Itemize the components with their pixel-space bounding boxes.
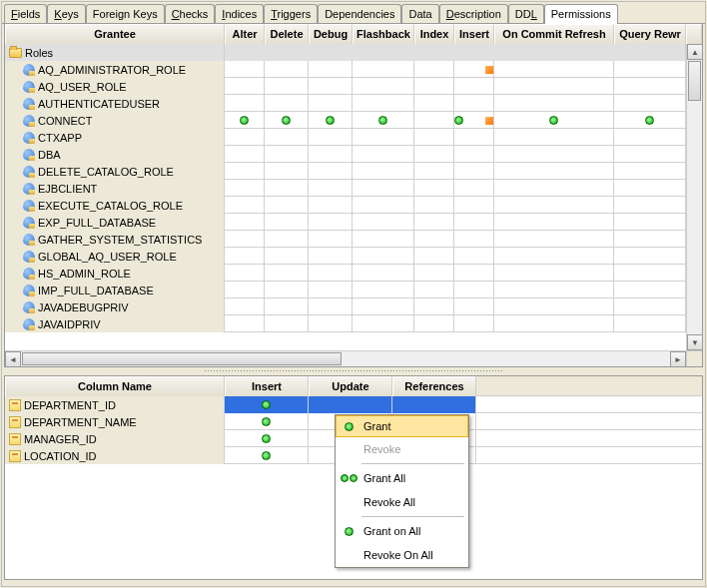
permission-cell[interactable]	[414, 95, 454, 112]
permission-cell[interactable]	[454, 112, 494, 129]
grantee-cell[interactable]: HS_ADMIN_ROLE	[5, 265, 225, 282]
permissions-row[interactable]: AQ_USER_ROLE	[5, 78, 686, 95]
permission-cell[interactable]	[414, 315, 454, 332]
permission-cell[interactable]	[614, 282, 686, 298]
column-header-grantee[interactable]: Grantee	[5, 24, 225, 44]
permission-cell[interactable]	[353, 61, 414, 78]
tab-dependencies[interactable]: Dependencies	[318, 4, 401, 23]
permission-cell[interactable]	[454, 282, 494, 298]
permission-cell[interactable]	[614, 180, 686, 197]
permission-cell[interactable]	[309, 315, 353, 332]
permissions-row[interactable]: EXECUTE_CATALOG_ROLE	[5, 197, 686, 214]
column-header-column-name[interactable]: Column Name	[5, 376, 225, 396]
permission-cell[interactable]	[494, 146, 614, 163]
permission-cell[interactable]	[309, 214, 353, 231]
column-header-delete[interactable]: Delete	[265, 24, 309, 44]
column-name-cell[interactable]: DEPARTMENT_NAME	[5, 413, 225, 430]
grantee-cell[interactable]: JAVADEBUGPRIV	[5, 298, 225, 315]
scroll-left-button[interactable]: ◄	[5, 351, 21, 366]
scroll-right-button[interactable]: ►	[670, 351, 686, 366]
column-header-insert[interactable]: Insert	[225, 376, 309, 396]
column-permission-cell[interactable]	[225, 413, 309, 430]
permissions-row[interactable]: GLOBAL_AQ_USER_ROLE	[5, 248, 686, 265]
permission-cell[interactable]	[265, 61, 309, 78]
permission-cell[interactable]	[414, 197, 454, 214]
tree-group-roles[interactable]: Roles	[5, 44, 686, 61]
permission-cell[interactable]	[614, 315, 686, 332]
permission-cell[interactable]	[494, 231, 614, 248]
permission-cell[interactable]	[414, 129, 454, 146]
column-permission-cell[interactable]	[309, 396, 392, 413]
permission-cell[interactable]	[309, 282, 353, 298]
permission-cell[interactable]	[309, 95, 353, 112]
grantee-cell[interactable]: DBA	[5, 146, 225, 163]
permission-cell[interactable]	[309, 180, 353, 197]
permission-cell[interactable]	[353, 112, 414, 129]
permission-cell[interactable]	[225, 197, 265, 214]
tab-keys[interactable]: Keys	[47, 4, 85, 23]
menu-item-grant-on-all[interactable]: Grant on All	[336, 519, 468, 543]
permission-cell[interactable]	[309, 248, 353, 265]
permission-cell[interactable]	[454, 214, 494, 231]
tab-data[interactable]: Data	[401, 4, 438, 23]
permission-cell[interactable]	[265, 282, 309, 298]
permission-cell[interactable]	[454, 61, 494, 78]
permission-cell[interactable]	[353, 248, 414, 265]
permissions-grid-body[interactable]: Roles AQ_ADMINISTRATOR_ROLEAQ_USER_ROLEA…	[5, 44, 702, 366]
scroll-track[interactable]	[21, 351, 670, 366]
tab-fields[interactable]: Fields	[4, 4, 47, 23]
permission-cell[interactable]	[494, 248, 614, 265]
grantee-cell[interactable]: GLOBAL_AQ_USER_ROLE	[5, 248, 225, 265]
grantee-cell[interactable]: JAVAIDPRIV	[5, 315, 225, 332]
permission-cell[interactable]	[225, 78, 265, 95]
permission-cell[interactable]	[309, 61, 353, 78]
permission-cell[interactable]	[494, 298, 614, 315]
permission-cell[interactable]	[494, 129, 614, 146]
permission-cell[interactable]	[265, 315, 309, 332]
permission-cell[interactable]	[454, 180, 494, 197]
permission-cell[interactable]	[454, 163, 494, 180]
permission-cell[interactable]	[265, 298, 309, 315]
scroll-track[interactable]	[687, 60, 702, 334]
column-header-references[interactable]: References	[392, 376, 476, 396]
permission-cell[interactable]	[414, 248, 454, 265]
permission-cell[interactable]	[353, 298, 414, 315]
permission-cell[interactable]	[225, 214, 265, 231]
grantee-cell[interactable]: AUTHENTICATEDUSER	[5, 95, 225, 112]
permission-cell[interactable]	[614, 197, 686, 214]
permission-cell[interactable]	[309, 112, 353, 129]
permission-cell[interactable]	[494, 265, 614, 282]
permission-cell[interactable]	[454, 197, 494, 214]
horizontal-scrollbar[interactable]: ◄ ►	[5, 350, 686, 366]
column-header-update[interactable]: Update	[309, 376, 392, 396]
permission-cell[interactable]	[265, 163, 309, 180]
permission-cell[interactable]	[265, 265, 309, 282]
permission-cell[interactable]	[414, 298, 454, 315]
permission-cell[interactable]	[225, 231, 265, 248]
permission-cell[interactable]	[225, 265, 265, 282]
permission-cell[interactable]	[614, 248, 686, 265]
permission-cell[interactable]	[614, 146, 686, 163]
menu-item-revoke-on-all[interactable]: Revoke On All	[336, 543, 468, 567]
permission-cell[interactable]	[414, 78, 454, 95]
column-header-query-rewr[interactable]: Query Rewr	[614, 24, 686, 44]
column-permission-cell[interactable]	[392, 396, 476, 413]
column-name-cell[interactable]: LOCATION_ID	[5, 447, 225, 464]
scroll-thumb[interactable]	[22, 352, 342, 365]
permission-cell[interactable]	[309, 197, 353, 214]
menu-item-grant-all[interactable]: Grant All	[336, 466, 468, 490]
grantee-cell[interactable]: CTXAPP	[5, 129, 225, 146]
grantee-cell[interactable]: AQ_USER_ROLE	[5, 78, 225, 95]
permission-cell[interactable]	[454, 315, 494, 332]
permission-cell[interactable]	[614, 129, 686, 146]
permissions-row[interactable]: JAVAIDPRIV	[5, 315, 686, 332]
permissions-row[interactable]: CTXAPP	[5, 129, 686, 146]
permission-cell[interactable]	[454, 129, 494, 146]
permission-cell[interactable]	[225, 61, 265, 78]
tab-permissions[interactable]: Permissions	[544, 4, 618, 24]
column-header-on-commit-refresh[interactable]: On Commit Refresh	[494, 24, 614, 44]
permission-cell[interactable]	[353, 214, 414, 231]
grantee-cell[interactable]: IMP_FULL_DATABASE	[5, 282, 225, 298]
column-permission-cell[interactable]	[225, 430, 309, 447]
column-name-cell[interactable]: MANAGER_ID	[5, 430, 225, 447]
